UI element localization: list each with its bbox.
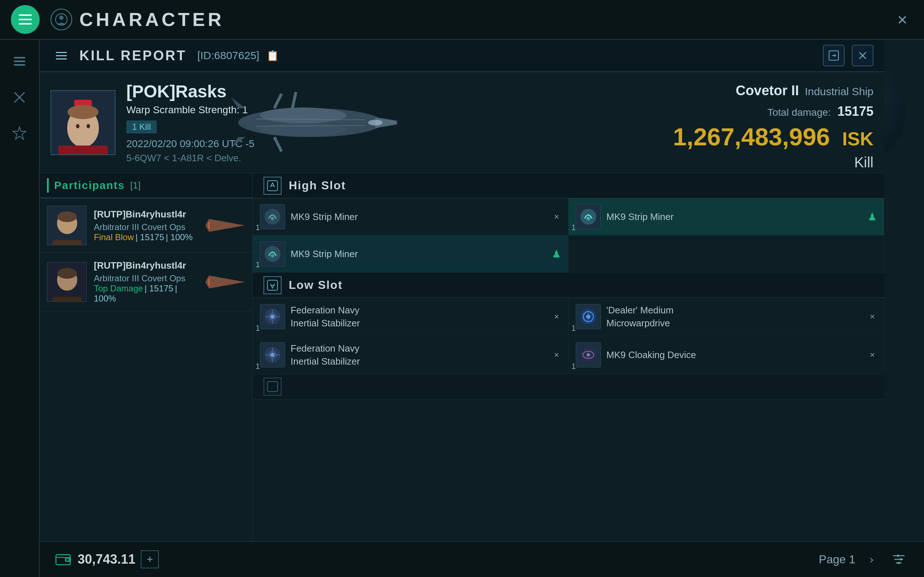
sidebar-item-combat[interactable]	[5, 83, 34, 112]
fed-navy-inertial-stab-icon-2	[260, 342, 285, 367]
low-slot-item-2-name: 'Dealer' MediumMicrowarpdrive	[606, 304, 863, 330]
character-info-section: [POK]Rasks Warp Scramble Strength: 1 1 K…	[40, 72, 884, 173]
svg-rect-2	[14, 57, 25, 58]
participant-name-2: [RUTP]Bin4ryhustl4r	[94, 260, 195, 271]
high-slot-header: High Slot	[253, 173, 884, 198]
ship-name: Covetor II Industrial Ship	[673, 83, 874, 98]
window-menu-icon	[56, 52, 67, 60]
participants-title: Participants	[54, 179, 125, 192]
svg-rect-3	[14, 61, 25, 62]
svg-point-17	[87, 124, 90, 128]
svg-rect-35	[53, 240, 82, 245]
close-window-button[interactable]	[852, 45, 874, 66]
page-next-button[interactable]: ›	[863, 550, 881, 568]
participant-role-1: Final Blow | 15175 | 100%	[94, 232, 195, 242]
kill-count-badge: 1 Kill	[126, 121, 157, 134]
svg-point-21	[260, 108, 347, 123]
svg-rect-67	[267, 382, 278, 392]
wallet-amount: 30,743.11	[78, 552, 135, 567]
mk9-strip-miner-icon-2	[576, 204, 601, 229]
svg-marker-42	[205, 276, 245, 288]
sidebar-item-menu[interactable]	[5, 47, 34, 76]
svg-rect-4	[14, 64, 25, 66]
participant-avatar-1	[47, 206, 87, 245]
svg-rect-41	[53, 297, 82, 302]
copy-icon[interactable]: 📋	[267, 50, 279, 62]
low-slot-item-4-close[interactable]: ×	[868, 348, 877, 362]
participant-ship-img-1	[202, 213, 245, 238]
high-slot-grid: 1 MK9 Strip Miner × 1	[253, 198, 884, 272]
svg-point-56	[270, 314, 275, 319]
low-slot-item-1-name: Federation NavyInertial Stabilizer	[291, 304, 547, 330]
mk9-cloaking-device-icon	[576, 342, 601, 367]
low-slot-item-1: 1 Federation NavyInertial Stabilizer ×	[253, 298, 569, 336]
participant-ship-img-2	[202, 269, 245, 295]
svg-point-31	[368, 120, 383, 126]
isk-value: 1,267,483,996 ISK	[673, 122, 874, 151]
low-slot-item-3-close[interactable]: ×	[552, 348, 561, 362]
character-avatar	[50, 90, 115, 155]
high-slot-item-3-name: MK9 Strip Miner	[291, 247, 546, 260]
participant-avatar-2	[47, 262, 87, 302]
low-slot-item-2-close[interactable]: ×	[868, 310, 877, 324]
svg-point-49	[586, 217, 590, 220]
hamburger-button[interactable]	[11, 5, 40, 34]
svg-point-66	[586, 353, 590, 357]
svg-point-63	[270, 353, 275, 357]
participant-info-2: [RUTP]Bin4ryhustl4r Arbitrator III Cover…	[94, 260, 195, 304]
panels-container: Participants [1] [RUTP]Bin4ryhu	[40, 173, 884, 541]
svg-point-76	[900, 558, 902, 561]
top-bar: CHARACTER ×	[0, 0, 924, 40]
svg-point-77	[898, 562, 900, 564]
high-slot-item-1-close[interactable]: ×	[552, 210, 561, 224]
low-slot-item-1-close[interactable]: ×	[552, 310, 561, 324]
svg-point-15	[68, 105, 99, 119]
svg-point-51	[271, 254, 274, 258]
svg-marker-7	[13, 127, 26, 139]
svg-marker-25	[231, 137, 246, 148]
more-slots-header	[253, 374, 884, 400]
low-slot-grid: 1 Federation NavyInertial Stabilizer ×	[253, 298, 884, 374]
high-slot-item-2: 1 MK9 Strip Miner ♟	[569, 198, 884, 235]
high-slot-item-2-person[interactable]: ♟	[868, 211, 877, 223]
svg-marker-24	[231, 97, 246, 108]
participant-item: [RUTP]Bin4ryhustl4r Arbitrator III Cover…	[40, 198, 252, 253]
total-damage-label: Total damage: 15175	[673, 104, 874, 119]
export-button[interactable]	[823, 45, 845, 66]
mk9-strip-miner-icon-1	[260, 204, 285, 229]
close-top-button[interactable]: ×	[892, 9, 913, 30]
svg-marker-36	[205, 219, 245, 232]
sidebar-item-faction[interactable]	[5, 119, 34, 148]
high-slot-icon	[263, 177, 281, 195]
svg-point-70	[66, 559, 69, 561]
participant-name-1: [RUTP]Bin4ryhustl4r	[94, 209, 195, 220]
ship-silhouette	[206, 79, 415, 166]
filter-button[interactable]	[888, 548, 909, 570]
low-slot-header: Low Slot	[253, 272, 884, 298]
participant-role-2: Top Damage | 15175 | 100%	[94, 284, 195, 304]
ship-image-area	[184, 72, 437, 173]
svg-point-34	[57, 211, 77, 222]
participants-header: Participants [1]	[40, 173, 252, 198]
svg-point-16	[76, 124, 79, 128]
participant-count: [1]	[130, 180, 141, 191]
page-label: Page 1	[819, 553, 855, 566]
left-sidebar	[0, 40, 40, 577]
wallet-icon	[54, 550, 72, 568]
high-slot-item-1-name: MK9 Strip Miner	[291, 210, 547, 223]
low-slot-title: Low Slot	[289, 279, 342, 292]
high-slot-item-2-name: MK9 Strip Miner	[606, 210, 862, 223]
high-slot-title: High Slot	[289, 179, 346, 192]
app-title: CHARACTER	[79, 9, 224, 30]
main-content: KILL REPORT [ID:6807625] 📋	[40, 40, 924, 577]
svg-point-75	[897, 554, 899, 557]
svg-point-40	[57, 268, 77, 279]
add-wallet-button[interactable]: +	[141, 550, 159, 568]
window-menu-button[interactable]	[50, 45, 72, 66]
avatar-image	[51, 91, 115, 154]
high-slot-item-3-person[interactable]: ♟	[552, 248, 561, 260]
svg-rect-19	[58, 145, 108, 155]
low-slot-item-4-name: MK9 Cloaking Device	[606, 348, 863, 361]
low-slot-item-4: 1 MK9 Cloaking Device ×	[569, 336, 884, 374]
participant-ship-2: Arbitrator III Covert Ops	[94, 273, 195, 284]
